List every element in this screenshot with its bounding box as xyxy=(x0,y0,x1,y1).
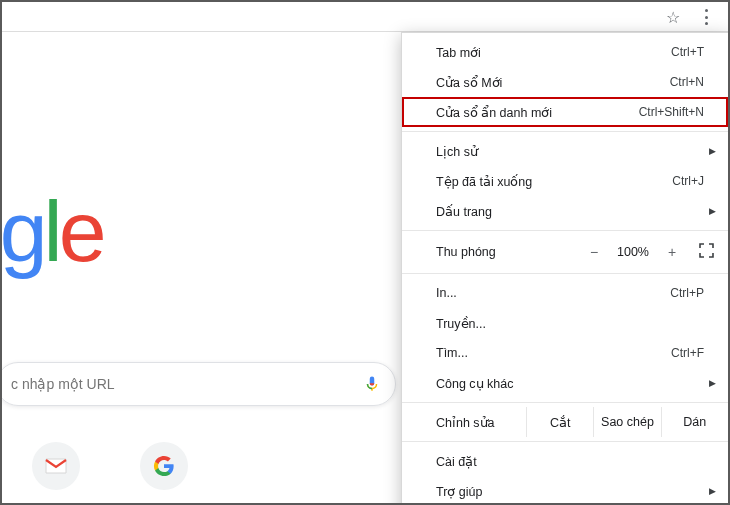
bookmark-star-icon[interactable]: ☆ xyxy=(666,8,680,27)
menu-label: Công cụ khác xyxy=(436,376,704,391)
zoom-out-button[interactable]: − xyxy=(577,244,611,260)
menu-label: Dấu trang xyxy=(436,204,704,219)
menu-label: Truyền... xyxy=(436,316,704,331)
menu-downloads[interactable]: Tệp đã tải xuống Ctrl+J xyxy=(402,166,728,196)
menu-shortcut: Ctrl+N xyxy=(670,75,704,89)
menu-shortcut: Ctrl+J xyxy=(672,174,704,188)
menu-label: Cài đặt xyxy=(436,454,704,469)
shortcut-google[interactable] xyxy=(140,442,188,490)
menu-zoom: Thu phóng − 100% + xyxy=(402,235,728,269)
menu-shortcut: Ctrl+Shift+N xyxy=(639,105,704,119)
menu-cast[interactable]: Truyền... xyxy=(402,308,728,338)
menu-label: Trợ giúp xyxy=(436,484,704,499)
menu-separator xyxy=(402,230,728,231)
menu-more-tools[interactable]: Công cụ khác ▶ xyxy=(402,368,728,398)
edit-cut-button[interactable]: Cắt xyxy=(526,407,593,437)
chrome-menu: Tab mới Ctrl+T Cửa sổ Mới Ctrl+N Cửa sổ … xyxy=(401,32,729,505)
menu-label: Thu phóng xyxy=(436,245,577,259)
menu-shortcut: Ctrl+F xyxy=(671,346,704,360)
voice-search-icon[interactable] xyxy=(363,372,381,396)
chevron-right-icon: ▶ xyxy=(709,486,716,496)
browser-window: ☆ oogle Tab mới Ctrl+T xyxy=(0,0,730,505)
search-input[interactable] xyxy=(11,376,363,392)
menu-label: Tìm... xyxy=(436,346,671,360)
menu-new-tab[interactable]: Tab mới Ctrl+T xyxy=(402,37,728,67)
google-logo: oogle xyxy=(0,182,102,281)
menu-new-window[interactable]: Cửa sổ Mới Ctrl+N xyxy=(402,67,728,97)
menu-shortcut: Ctrl+P xyxy=(670,286,704,300)
menu-shortcut: Ctrl+T xyxy=(671,45,704,59)
menu-label: Cửa sổ ẩn danh mới xyxy=(436,105,639,120)
zoom-in-button[interactable]: + xyxy=(655,244,689,260)
menu-print[interactable]: In... Ctrl+P xyxy=(402,278,728,308)
menu-separator xyxy=(402,441,728,442)
zoom-value: 100% xyxy=(611,245,655,259)
shortcut-gmail[interactable] xyxy=(32,442,80,490)
chevron-right-icon: ▶ xyxy=(709,146,716,156)
menu-edit: Chỉnh sửa Cắt Sao chép Dán xyxy=(402,407,728,437)
edit-copy-button[interactable]: Sao chép xyxy=(593,407,660,437)
chevron-right-icon: ▶ xyxy=(709,206,716,216)
search-box[interactable] xyxy=(0,362,396,406)
menu-settings[interactable]: Cài đặt xyxy=(402,446,728,476)
edit-paste-button[interactable]: Dán xyxy=(661,407,728,437)
menu-incognito[interactable]: Cửa sổ ẩn danh mới Ctrl+Shift+N xyxy=(402,97,728,127)
menu-label: Lịch sử xyxy=(436,144,704,159)
menu-help[interactable]: Trợ giúp ▶ xyxy=(402,476,728,505)
chrome-menu-button[interactable] xyxy=(698,9,714,25)
menu-separator xyxy=(402,273,728,274)
menu-label: Chỉnh sửa xyxy=(436,415,526,430)
browser-toolbar: ☆ xyxy=(2,2,728,32)
shortcut-row xyxy=(32,442,188,490)
menu-label: Cửa sổ Mới xyxy=(436,75,670,90)
menu-label: In... xyxy=(436,286,670,300)
fullscreen-icon[interactable] xyxy=(699,243,714,261)
menu-label: Tệp đã tải xuống xyxy=(436,174,672,189)
menu-separator xyxy=(402,402,728,403)
menu-find[interactable]: Tìm... Ctrl+F xyxy=(402,338,728,368)
menu-separator xyxy=(402,131,728,132)
chevron-right-icon: ▶ xyxy=(709,378,716,388)
menu-label: Tab mới xyxy=(436,45,671,60)
menu-history[interactable]: Lịch sử ▶ xyxy=(402,136,728,166)
menu-bookmarks[interactable]: Dấu trang ▶ xyxy=(402,196,728,226)
